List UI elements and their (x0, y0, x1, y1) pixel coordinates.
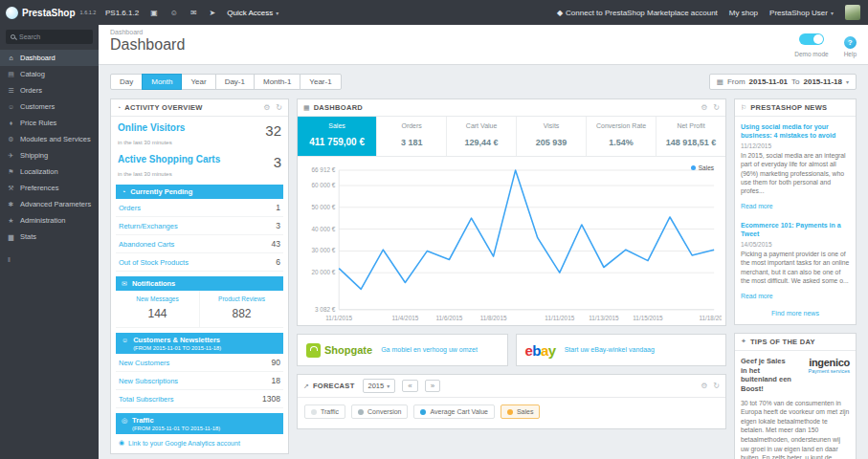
forecast-legend-conversion[interactable]: Conversion (351, 404, 408, 419)
forecast-legend-traffic[interactable]: Traffic (304, 404, 345, 419)
my-shop-link[interactable]: My shop (729, 9, 758, 17)
cart-icon[interactable]: ▣ (150, 9, 158, 17)
gear-icon[interactable]: ⚙ (701, 382, 707, 390)
topbar: PrestaShop 1.6.1.2 PS1.6.1.2 ▣ ☺ ✉ ➤ Qui… (0, 0, 868, 25)
read-more-link[interactable]: Read more (741, 203, 773, 209)
forecast-legend-average-cart-value[interactable]: Average Cart Value (413, 404, 494, 419)
range-month-button[interactable]: Month (142, 74, 182, 90)
rocket-icon[interactable]: ➤ (210, 9, 216, 17)
abandoned-carts-row[interactable]: Abandoned Carts 43 (116, 235, 283, 253)
kpi-net-profit[interactable]: Net Profit 148 918,51 € (657, 117, 725, 156)
news-article: Using social media for your business: 4 … (735, 117, 856, 215)
range-day-1-button[interactable]: Day-1 (215, 74, 255, 90)
svg-text:20 000 €: 20 000 € (311, 269, 335, 275)
news-article-date: 14/05/2015 (741, 241, 850, 248)
range-year-1-button[interactable]: Year-1 (300, 74, 341, 90)
sidebar-item-administration[interactable]: ★ Administration (0, 212, 99, 229)
kpi-conversion-rate[interactable]: Conversion Rate 1.54% (587, 117, 657, 156)
gear-icon[interactable]: ⚙ (701, 103, 707, 112)
news-article-title[interactable]: Using social media for your business: 4 … (741, 122, 850, 140)
product-reviews-stat[interactable]: Product Reviews 882 (199, 291, 283, 327)
kpi-orders[interactable]: Orders 3 181 (377, 117, 447, 156)
shipping-icon: ✈ (7, 152, 15, 160)
brand-version: 1.6.1.2 (80, 7, 97, 15)
refresh-icon[interactable]: ↻ (276, 103, 282, 112)
online-visitors-metric[interactable]: Online Visitors 32 (111, 117, 288, 139)
shop-version: PS1.6.1.2 (105, 9, 139, 17)
new-customers-row[interactable]: New Customers 90 (116, 354, 283, 372)
news-icon: ⚐ (741, 104, 746, 112)
kpi-cart-value[interactable]: Cart Value 129,44 € (447, 117, 517, 156)
new-subscriptions-row[interactable]: New Subscriptions 18 (116, 372, 283, 390)
sidebar-item-dashboard[interactable]: ⌂ Dashboard (0, 50, 99, 66)
sidebar-collapse-button[interactable]: ‖ (0, 256, 99, 263)
quick-access-menu[interactable]: Quick Access ▾ (227, 9, 278, 17)
date-range-picker[interactable]: ▦ From 2015-11-01 To 2015-11-18 ▾ (709, 74, 857, 90)
sidebar-item-advanced-parameters[interactable]: ✱ Advanced Parameters (0, 196, 99, 212)
sidebar-item-customers[interactable]: ☺ Customers (0, 98, 99, 115)
gauge-icon: ◔ (117, 104, 121, 111)
range-button-group: Day Month Year Day-1 Month-1 Year-1 (110, 74, 342, 90)
demo-mode-toggle[interactable] (799, 33, 824, 45)
employee-icon[interactable]: ☺ (170, 9, 178, 17)
tips-panel-header: ✦ TIPS OF THE DAY (735, 334, 856, 351)
pending-orders-row[interactable]: Orders 1 (116, 199, 283, 217)
forecast-panel: ↗ FORECAST 2015 ▾ « » ⚙ ↻ (297, 374, 726, 429)
price-rules-icon: ♦ (7, 120, 15, 126)
help-icon[interactable]: ? (844, 36, 857, 49)
center-column: ▦ DASHBOARD ⚙ ↻ Sales 411 759,00 € Order… (297, 98, 726, 429)
gear-icon[interactable]: ⚙ (263, 103, 270, 112)
news-article-title[interactable]: Ecommerce 101: Payments in a Tweet (741, 221, 850, 238)
sidebar-item-modules[interactable]: ⚙ Modules and Services (0, 131, 99, 147)
refresh-icon[interactable]: ↻ (713, 382, 720, 390)
sidebar-item-preferences[interactable]: ⚒ Preferences (0, 180, 99, 196)
pending-returns-row[interactable]: Return/Exchanges 3 (116, 217, 283, 235)
date-to: 2015-11-18 (804, 77, 842, 86)
promo-row: Shopgate Ga mobiel en verhoog uw omzet e… (297, 334, 726, 366)
active-carts-metric[interactable]: Active Shopping Carts 3 (111, 148, 288, 170)
forecast-legend-sales[interactable]: Sales (501, 404, 541, 419)
sidebar-item-localization[interactable]: ⚑ Localization (0, 164, 99, 180)
marketplace-link[interactable]: ◆ Connect to PrestaShop Marketplace acco… (557, 9, 718, 17)
shopgate-promo-link[interactable]: Ga mobiel en verhoog uw omzet (381, 345, 478, 354)
sales-chart-area: Sales 66 912 €60 000 €50 000 €40 000 €30… (298, 157, 725, 325)
read-more-link[interactable]: Read more (741, 293, 773, 299)
svg-text:11/8/2015: 11/8/2015 (480, 315, 507, 321)
sidebar-item-stats[interactable]: ▆ Stats (0, 229, 99, 245)
user-menu[interactable]: PrestaShop User ▾ (769, 9, 834, 17)
dashboard-icon: ⌂ (7, 55, 15, 61)
brand[interactable]: PrestaShop 1.6.1.2 (6, 7, 94, 19)
sidebar-item-shipping[interactable]: ✈ Shipping (0, 147, 99, 164)
range-day-button[interactable]: Day (110, 74, 143, 90)
range-year-button[interactable]: Year (181, 74, 215, 90)
kpi-sales[interactable]: Sales 411 759,00 € (298, 117, 377, 156)
mail-icon[interactable]: ✉ (190, 9, 197, 17)
svg-text:60 000 €: 60 000 € (311, 182, 335, 188)
header-tools: Demo mode ? Help (794, 29, 857, 57)
notifications-header: ✉ Notifications (116, 276, 283, 291)
range-month-1-button[interactable]: Month-1 (254, 74, 300, 90)
forecast-prev-button[interactable]: « (402, 380, 417, 392)
find-more-news-link[interactable]: Find more news (735, 305, 856, 324)
forecast-next-button[interactable]: » (425, 380, 440, 392)
localization-icon: ⚑ (7, 168, 15, 176)
avatar[interactable] (845, 5, 860, 20)
refresh-icon[interactable]: ↻ (713, 103, 720, 112)
news-article-excerpt: Picking a payment provider is one of the… (741, 250, 850, 285)
svg-text:66 912 €: 66 912 € (311, 166, 335, 173)
forecast-year-select[interactable]: 2015 ▾ (363, 379, 396, 393)
sidebar-item-price-rules[interactable]: ♦ Price Rules (0, 115, 99, 131)
stats-icon: ▆ (7, 233, 15, 241)
google-analytics-link[interactable]: ◉ Link to your Google Analytics account (116, 434, 283, 453)
customers-icon: ☺ (7, 103, 15, 110)
out-of-stock-row[interactable]: Out of Stock Products 6 (116, 253, 283, 272)
search-input[interactable] (19, 33, 88, 40)
activity-column: ◔ ACTIVITY OVERVIEW ⚙ ↻ Online Visitors … (110, 98, 289, 454)
total-subscribers-row[interactable]: Total Subscribers 1308 (116, 390, 283, 408)
ebay-promo-link[interactable]: Start uw eBay-winkel vandaag (565, 345, 655, 354)
sidebar-item-orders[interactable]: ☰ Orders (0, 82, 99, 98)
shopgate-logo: Shopgate (306, 343, 372, 358)
kpi-visits[interactable]: Visits 205 939 (517, 117, 587, 156)
new-messages-stat[interactable]: New Messages 144 (116, 291, 199, 327)
sidebar-item-catalog[interactable]: ▤ Catalog (0, 66, 99, 82)
